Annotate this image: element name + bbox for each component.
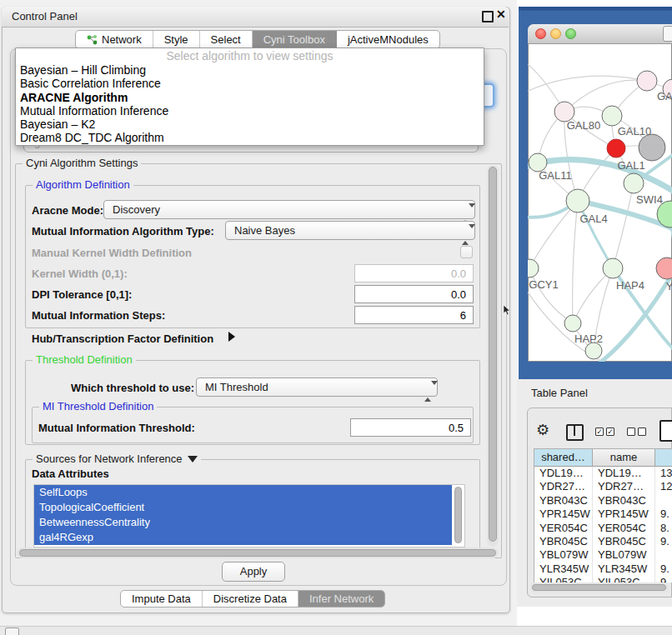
table-cell: 9. (655, 535, 672, 548)
column-header[interactable]: A (655, 449, 672, 466)
document-icon[interactable] (659, 420, 672, 442)
network-node[interactable] (602, 106, 622, 126)
algorithm-option[interactable]: Bayesian – Hill Climbing (16, 63, 484, 77)
network-node[interactable] (528, 259, 539, 278)
network-node[interactable] (639, 134, 665, 161)
mi-type-label: Mutual Information Algorithm Type: (32, 225, 214, 238)
table-cell: YDR27… (593, 480, 655, 493)
attributes-scrollbar-thumb[interactable] (454, 487, 462, 543)
algorithm-option[interactable]: Bayesian – K2 (16, 118, 484, 131)
network-node[interactable] (585, 342, 602, 359)
dpi-tolerance-field[interactable] (354, 285, 474, 303)
cyni-mode-tabbar: Impute Data Discretize Data Infer Networ… (120, 590, 385, 608)
tab-network[interactable]: Network (76, 31, 153, 48)
attribute-item[interactable]: SelfLoops (34, 485, 452, 500)
network-edge[interactable] (529, 201, 578, 268)
mi-steps-field[interactable] (354, 306, 474, 324)
close-icon[interactable]: ✕ (496, 8, 506, 20)
table-row[interactable]: YBR045CYBR045C9. (534, 535, 672, 548)
algorithm-option[interactable]: Dream8 DC_TDC Algorithm (16, 131, 484, 144)
network-node-label: GAL4 (579, 212, 607, 225)
tab-discretize-data[interactable]: Discretize Data (203, 591, 298, 607)
network-edge[interactable] (528, 76, 647, 93)
tab-jactivemnodules[interactable]: jActiveMNodules (337, 31, 439, 48)
network-node[interactable] (656, 258, 672, 279)
table-cell: YBR045C (534, 535, 593, 548)
aracne-mode-label: Aracne Mode: (32, 204, 103, 217)
columns-icon[interactable] (566, 424, 584, 441)
network-edge[interactable] (529, 268, 573, 323)
network-node-label: GAL11 (539, 169, 572, 182)
network-window-titlebar[interactable] (528, 24, 672, 44)
network-edge[interactable] (573, 201, 578, 323)
network-window-widget[interactable] (663, 26, 672, 42)
expand-arrow-icon[interactable] (228, 332, 235, 342)
network-node[interactable] (564, 315, 581, 332)
settings-vscrollbar-thumb[interactable] (489, 167, 497, 542)
deselect-all-checks-icon[interactable] (627, 428, 646, 436)
manual-kernel-checkbox[interactable] (460, 246, 473, 258)
algorithm-option[interactable]: ARACNE Algorithm (16, 91, 484, 104)
tab-impute-data[interactable]: Impute Data (121, 591, 203, 607)
unchecked-box-icon (638, 428, 646, 436)
tab-style[interactable]: Style (153, 31, 200, 48)
network-node[interactable] (637, 71, 657, 91)
tab-select[interactable]: Select (200, 31, 253, 48)
zoom-traffic-light[interactable] (565, 28, 576, 39)
data-attributes-list[interactable]: SelfLoopsTopologicalCoefficientBetweenne… (33, 484, 465, 548)
sources-group-title[interactable]: Sources for Network Inference (33, 452, 201, 465)
tab-label: Network (102, 33, 142, 46)
bottom-left-window-icon[interactable] (5, 628, 19, 635)
minimize-traffic-light[interactable] (550, 28, 561, 39)
attribute-item[interactable]: TopologicalCoefficient (34, 500, 452, 515)
table-cell: 13 (655, 467, 672, 480)
table-cell: YIL053C (534, 576, 593, 582)
threshold-definition-title: Threshold Definition (33, 353, 136, 366)
control-panel-titlebar (2, 7, 509, 28)
table-row[interactable]: YPR145WYPR145W9. (534, 508, 672, 521)
table-row[interactable]: YBL079WYBL079W (534, 548, 672, 562)
network-node[interactable] (624, 173, 644, 193)
network-node[interactable] (607, 139, 625, 158)
settings-group-title: Cyni Algorithm Settings (23, 157, 141, 169)
table-row[interactable]: YDL19…YDL19…13 (534, 467, 672, 480)
network-node[interactable] (566, 189, 589, 212)
aracne-mode-combobox[interactable]: Discovery (103, 200, 475, 219)
control-panel-title: Control Panel (12, 10, 78, 22)
table-cell: YPR145W (534, 508, 593, 521)
algorithm-option[interactable]: Basic Correlation Inference (16, 77, 484, 90)
table-cell: YER054C (593, 522, 655, 535)
tab-cyni-toolbox[interactable]: Cyni Toolbox (253, 31, 337, 48)
table-row[interactable]: YER054CYER054C8. (534, 522, 672, 535)
network-node[interactable] (603, 258, 623, 278)
close-traffic-light[interactable] (535, 28, 546, 39)
algorithm-option-list: Bayesian – Hill ClimbingBasic Correlatio… (16, 63, 484, 145)
float-window-icon[interactable] (482, 11, 494, 22)
select-all-checks-icon[interactable]: ✓ ✓ (595, 428, 614, 436)
table-cell (655, 494, 672, 508)
network-canvas[interactable]: GALGAL80GAL10GAL1SWI4GAL11GAL4GCY1HAP4YH… (528, 43, 672, 362)
settings-hscrollbar-thumb[interactable] (19, 549, 496, 557)
gear-icon[interactable]: ⚙ (536, 422, 549, 438)
mi-type-value: Naive Bayes (234, 224, 295, 237)
table-row[interactable]: YIL053CYIL053C9. (534, 576, 672, 582)
kernel-width-field[interactable] (354, 264, 474, 282)
table-row[interactable]: YBR043CYBR043C (534, 494, 672, 508)
attribute-item[interactable]: BetweennessCentrality (34, 515, 452, 530)
which-threshold-combobox[interactable]: MI Threshold (196, 378, 438, 397)
network-edge[interactable] (613, 183, 634, 268)
column-header[interactable]: shared… (534, 449, 593, 466)
table-hscrollbar-thumb[interactable] (532, 584, 666, 591)
tab-infer-network[interactable]: Infer Network (298, 591, 384, 607)
table-row[interactable]: YLR345WYLR345W9. (534, 562, 672, 576)
algorithm-option[interactable]: Mutual Information Inference (16, 104, 484, 118)
hub-definition-label[interactable]: Hub/Transcription Factor Definition (32, 332, 213, 345)
table-cell: YBL079W (593, 548, 655, 562)
column-header[interactable]: name (593, 449, 655, 466)
attribute-item[interactable]: gal4RGexp (34, 530, 452, 545)
mi-threshold-field[interactable] (350, 418, 471, 437)
table-row[interactable]: YDR27…YDR27…12 (534, 480, 672, 493)
unchecked-box-icon (627, 428, 635, 436)
apply-button[interactable]: Apply (222, 562, 285, 582)
mi-type-combobox[interactable]: Naive Bayes (225, 221, 475, 240)
